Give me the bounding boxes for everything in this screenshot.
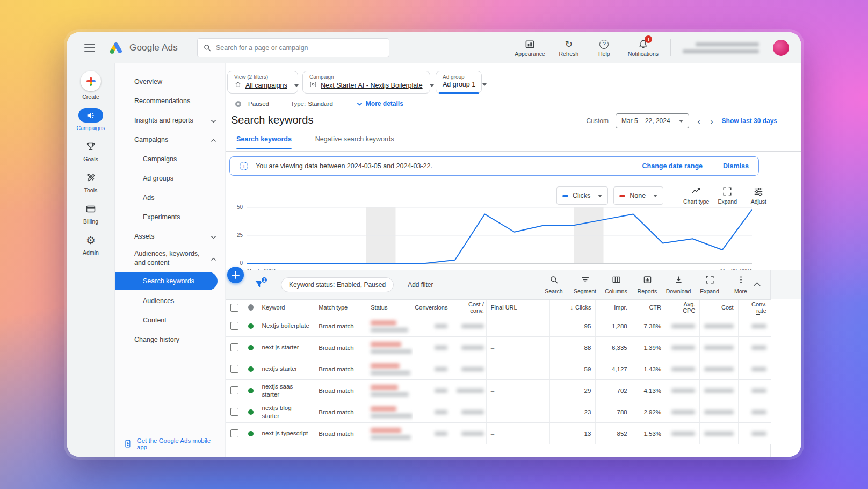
table-header-cell-ctr[interactable]: CTR	[632, 300, 666, 315]
refresh-button[interactable]: ↻ Refresh	[557, 39, 581, 57]
table-header-cell-costconv[interactable]: Cost / conv.	[452, 300, 486, 315]
row-checkbox[interactable]	[230, 343, 238, 351]
rail-item-tools[interactable]: Tools	[83, 170, 99, 193]
table-header-cell-cost[interactable]: Cost	[699, 300, 737, 315]
collapse-table-button[interactable]	[753, 279, 761, 289]
cell-match: Broad match	[314, 401, 366, 422]
tab-negative-search-keywords[interactable]: Negative search keywords	[315, 135, 394, 149]
sidebar-item-search-keywords[interactable]: Search keywords	[115, 272, 218, 290]
table-row[interactable]: next js starterBroad match–886,3351.39%	[226, 337, 771, 358]
global-search[interactable]	[197, 38, 389, 57]
menu-icon[interactable]	[84, 44, 95, 52]
megaphone-icon	[78, 108, 103, 123]
more-details-link[interactable]: More details	[357, 100, 403, 107]
sidebar-item-campaigns[interactable]: Campaigns	[115, 130, 225, 149]
table-header-cell-convrate[interactable]: Conv. rate	[738, 300, 771, 315]
sidebar-item-audiences[interactable]: Audiences	[115, 291, 225, 311]
row-checkbox[interactable]	[230, 365, 238, 373]
redacted-value	[435, 324, 447, 328]
tab-search-keywords[interactable]: Search keywords	[236, 135, 292, 149]
sidebar-item-audiences-keywords-content[interactable]: Audiences, keywords, and content	[115, 246, 225, 271]
table-header-cell-impr[interactable]: Impr.	[595, 300, 631, 315]
campaign-dropdown[interactable]: Campaign Next Starter AI - Nextjs Boiler…	[302, 71, 430, 94]
sidebar-item-ad-groups[interactable]: Ad groups	[115, 169, 225, 188]
card-icon	[83, 202, 99, 216]
table-header-cell-finalurl[interactable]: Final URL	[486, 300, 550, 315]
search-input[interactable]	[216, 44, 384, 52]
rail-item-billing[interactable]: Billing	[83, 202, 99, 225]
table-header-cell-conversions[interactable]: Conversions	[413, 300, 452, 315]
view-filter-dropdown[interactable]: View (2 filters) All campaigns	[227, 71, 298, 94]
filter-count-badge: 1	[261, 276, 268, 284]
chart-expand-button[interactable]: Expand	[712, 186, 743, 205]
cell-status	[366, 337, 413, 358]
table-row[interactable]: nextjs saas starterBroad match–297024.13…	[226, 380, 771, 401]
paused-status-icon	[235, 100, 242, 107]
redacted-value	[704, 410, 733, 414]
redacted-value	[751, 432, 766, 436]
table-header-cell-status[interactable]: Status	[366, 300, 413, 315]
row-checkbox[interactable]	[230, 386, 238, 394]
rail-item-admin[interactable]: ⚙Admin	[83, 233, 99, 256]
ad-group-dropdown[interactable]: Ad group Ad group 1	[436, 71, 482, 94]
sidebar-item-change-history[interactable]: Change history	[115, 330, 225, 349]
rail-item-campaigns[interactable]: Campaigns	[76, 108, 105, 131]
sidebar-item-ads[interactable]: Ads	[115, 188, 225, 207]
toolbar-columns-button[interactable]: Columns	[604, 275, 628, 294]
show-last-30-days-link[interactable]: Show last 30 days	[722, 117, 777, 125]
metric-2-dropdown[interactable]: None	[613, 186, 663, 205]
filter-funnel-button[interactable]: 1	[255, 280, 264, 290]
help-button[interactable]: ? Help	[592, 39, 616, 57]
chart-adjust-button[interactable]: Adjust	[743, 186, 774, 205]
row-checkbox[interactable]	[230, 429, 238, 437]
toolbar-action-label: More	[734, 288, 747, 294]
table-header-cell-clicks[interactable]: ↓Clicks	[549, 300, 595, 315]
date-prev-button[interactable]: ‹	[696, 117, 702, 126]
sidebar-item-content[interactable]: Content	[115, 311, 225, 330]
final-url-value: –	[491, 344, 494, 351]
sidebar-item-overview[interactable]: Overview	[115, 72, 225, 91]
add-keyword-fab[interactable]	[227, 267, 244, 283]
change-date-range-link[interactable]: Change date range	[642, 162, 703, 170]
cell-keyword: next js typescript	[258, 423, 314, 444]
table-row[interactable]: Nextjs boilerplateBroad match–951,2887.3…	[226, 315, 771, 337]
row-checkbox[interactable]	[230, 322, 238, 330]
rail-item-create[interactable]: Create	[81, 71, 101, 100]
chart-type-button[interactable]: Chart type	[681, 186, 712, 205]
filter-chip[interactable]: Keyword status: Enabled, Paused	[281, 277, 394, 292]
select-all-checkbox[interactable]	[230, 304, 238, 312]
table-header-cell-match[interactable]: Match type	[314, 300, 366, 315]
sidebar-item-assets[interactable]: Assets	[115, 227, 225, 246]
sidebar-item-recommendations[interactable]: Recommendations	[115, 91, 225, 111]
clicks-line-chart[interactable]: Mar 5, 2024 Mar 22, 2024 50250	[247, 204, 752, 267]
rail-item-goals[interactable]: Goals	[83, 139, 99, 162]
avatar[interactable]	[773, 40, 789, 56]
mobile-app-link[interactable]: Get the Google Ads mobile app	[115, 430, 225, 457]
table-header-cell-avgcpc[interactable]: Avg. CPC	[666, 300, 699, 315]
cell-value: 788	[617, 409, 627, 415]
toolbar-more-button[interactable]: More	[728, 275, 753, 294]
table-row[interactable]: next js typescriptBroad match–138521.53%	[226, 423, 771, 444]
row-checkbox[interactable]	[230, 408, 238, 416]
toolbar-download-button[interactable]: Download	[666, 275, 691, 294]
toolbar-reports-button[interactable]: Reports	[635, 275, 660, 294]
date-next-button[interactable]: ›	[709, 117, 715, 126]
cell-ctr: 1.43%	[632, 358, 666, 379]
toolbar-segment-button[interactable]: Segment	[573, 275, 597, 294]
metric-1-dropdown[interactable]: Clicks	[556, 186, 608, 205]
table-row[interactable]: nextjs starterBroad match–594,1271.43%	[226, 358, 771, 380]
dismiss-link[interactable]: Dismiss	[723, 162, 749, 170]
toolbar-expand-button[interactable]: Expand	[697, 275, 722, 294]
table-row[interactable]: nextjs blog starterBroad match–237882.92…	[226, 401, 771, 423]
table-header-cell-keyword[interactable]: Keyword	[258, 300, 314, 315]
add-filter-button[interactable]: Add filter	[408, 281, 433, 289]
sidebar-item-insights-and-reports[interactable]: Insights and reports	[115, 111, 225, 130]
date-range-dropdown[interactable]: Mar 5 – 22, 2024	[616, 113, 689, 128]
notifications-button[interactable]: ! Notifications	[628, 39, 659, 57]
sidebar-item-campaigns-sub[interactable]: Campaigns	[115, 149, 225, 169]
sidebar-item-experiments[interactable]: Experiments	[115, 207, 225, 227]
toolbar-search-button[interactable]: Search	[541, 275, 566, 294]
cell-clicks: 95	[549, 315, 595, 336]
appearance-button[interactable]: Appearance	[515, 39, 545, 57]
brand-title: Google Ads	[129, 42, 178, 53]
